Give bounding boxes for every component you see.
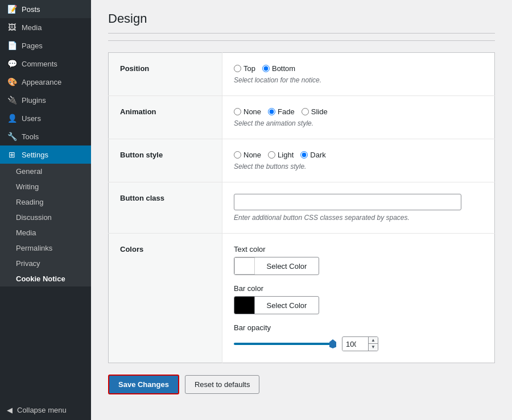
- animation-fade-label[interactable]: Fade: [268, 107, 295, 116]
- sidebar-item-label: Posts: [22, 5, 40, 14]
- bar-color-label: Bar color: [234, 284, 483, 293]
- sidebar-item-pages[interactable]: 📄 Pages: [0, 36, 91, 55]
- footer-buttons: Save Changes Reset to defaults: [108, 375, 495, 394]
- submenu-media[interactable]: Media: [0, 225, 91, 240]
- bar-color-button-wrapper: Select Color: [234, 296, 319, 314]
- bar-color-swatch: [234, 297, 255, 314]
- sidebar-item-label: Media: [22, 23, 42, 32]
- opacity-slider-row: ▲ ▼: [234, 336, 483, 351]
- animation-label: Animation: [109, 96, 222, 139]
- colors-section: Text color Select Color Bar color Select…: [234, 245, 483, 351]
- opacity-label: Bar opacity: [234, 323, 483, 332]
- sidebar-item-label: Pages: [22, 41, 43, 50]
- animation-slide-radio[interactable]: [302, 108, 309, 115]
- position-bottom-label[interactable]: Bottom: [262, 64, 295, 73]
- button-style-radio-group: None Light Dark: [234, 151, 483, 159]
- sidebar-item-label: Users: [22, 114, 41, 123]
- opacity-increment-button[interactable]: ▲: [369, 337, 378, 344]
- btn-style-dark-radio[interactable]: [300, 151, 308, 159]
- position-bottom-radio[interactable]: [262, 65, 270, 72]
- sidebar-item-appearance[interactable]: 🎨 Appearance: [0, 73, 91, 91]
- users-icon: 👤: [7, 114, 17, 123]
- sidebar-item-tools[interactable]: 🔧 Tools: [0, 127, 91, 145]
- sidebar-item-posts[interactable]: 📝 Posts: [0, 0, 91, 18]
- button-class-input[interactable]: [234, 194, 461, 210]
- position-top-radio[interactable]: [234, 65, 241, 72]
- posts-icon: 📝: [7, 5, 17, 14]
- sidebar-item-users[interactable]: 👤 Users: [0, 109, 91, 127]
- text-color-swatch: [234, 257, 255, 275]
- button-style-field: None Light Dark Select the buttons style…: [222, 139, 495, 182]
- animation-slide-text: Slide: [311, 107, 328, 116]
- position-radio-group: Top Bottom: [234, 64, 483, 73]
- position-description: Select location for the notice.: [234, 76, 483, 84]
- position-top-text: Top: [243, 64, 255, 73]
- comments-icon: 💬: [7, 59, 17, 68]
- text-color-select-button[interactable]: Select Color: [255, 259, 319, 273]
- submenu-reading[interactable]: Reading: [0, 194, 91, 210]
- animation-row: Animation None Fade Slide: [109, 96, 495, 139]
- animation-none-radio[interactable]: [234, 108, 241, 115]
- opacity-slider[interactable]: [234, 343, 336, 345]
- bar-color-select-button[interactable]: Select Color: [255, 298, 319, 313]
- btn-style-none-label[interactable]: None: [234, 151, 261, 159]
- submenu-cookie-notice[interactable]: Cookie Notice: [0, 271, 91, 286]
- btn-style-light-label[interactable]: Light: [268, 151, 294, 159]
- button-style-row: Button style None Light Dark: [109, 139, 495, 182]
- opacity-row: Bar opacity ▲ ▼: [234, 323, 483, 351]
- sidebar-item-plugins[interactable]: 🔌 Plugins: [0, 91, 91, 109]
- page-title: Design: [108, 11, 495, 34]
- animation-fade-text: Fade: [278, 107, 295, 116]
- button-class-description: Enter additional button CSS classes sepa…: [234, 214, 483, 222]
- position-top-label[interactable]: Top: [234, 64, 255, 73]
- settings-table: Position Top Bottom Select location for …: [108, 52, 495, 363]
- opacity-decrement-button[interactable]: ▼: [369, 344, 378, 351]
- submenu-writing[interactable]: Writing: [0, 179, 91, 194]
- bar-color-row: Bar color Select Color: [234, 284, 483, 314]
- settings-submenu: General Writing Reading Discussion Media…: [0, 164, 91, 286]
- btn-style-dark-text: Dark: [310, 151, 325, 159]
- save-changes-button[interactable]: Save Changes: [108, 375, 179, 394]
- submenu-permalinks[interactable]: Permalinks: [0, 240, 91, 256]
- media-icon: 🖼: [7, 23, 17, 32]
- sidebar-item-label: Settings: [22, 151, 48, 159]
- button-class-field: Enter additional button CSS classes sepa…: [222, 182, 495, 234]
- text-color-button-wrapper: Select Color: [234, 257, 319, 275]
- settings-icon: ⊞: [7, 150, 17, 159]
- btn-style-none-radio[interactable]: [234, 151, 241, 159]
- animation-slide-label[interactable]: Slide: [302, 107, 328, 116]
- submenu-general[interactable]: General: [0, 164, 91, 179]
- collapse-menu-button[interactable]: ◀ Collapse menu: [0, 400, 91, 420]
- button-style-label: Button style: [109, 139, 222, 182]
- opacity-number-input[interactable]: [342, 338, 368, 351]
- position-bottom-text: Bottom: [272, 64, 295, 73]
- colors-label: Colors: [109, 234, 222, 363]
- animation-fade-radio[interactable]: [268, 108, 275, 115]
- sidebar-item-settings[interactable]: ⊞ Settings: [0, 145, 91, 164]
- animation-radio-group: None Fade Slide: [234, 107, 483, 116]
- submenu-privacy[interactable]: Privacy: [0, 256, 91, 271]
- text-color-label: Text color: [234, 245, 483, 253]
- opacity-spinners: ▲ ▼: [368, 337, 378, 351]
- sidebar-nav-items: 📝 Posts 🖼 Media 📄 Pages 💬 Comments 🎨 App…: [0, 0, 91, 164]
- btn-style-light-radio[interactable]: [268, 151, 275, 159]
- btn-style-dark-label[interactable]: Dark: [300, 151, 325, 159]
- main-content: Design Position Top Bottom Select locati…: [91, 0, 512, 420]
- colors-field: Text color Select Color Bar color Select…: [222, 234, 495, 363]
- title-divider: [108, 40, 495, 41]
- position-label: Position: [109, 53, 222, 96]
- sidebar-item-comments[interactable]: 💬 Comments: [0, 55, 91, 73]
- animation-none-text: None: [243, 107, 261, 116]
- reset-defaults-button[interactable]: Reset to defaults: [185, 375, 260, 394]
- sidebar-item-label: Comments: [22, 60, 57, 68]
- sidebar: 📝 Posts 🖼 Media 📄 Pages 💬 Comments 🎨 App…: [0, 0, 91, 420]
- submenu-discussion[interactable]: Discussion: [0, 210, 91, 225]
- position-field: Top Bottom Select location for the notic…: [222, 53, 495, 96]
- sidebar-item-media[interactable]: 🖼 Media: [0, 18, 91, 36]
- collapse-icon: ◀: [7, 406, 13, 414]
- tools-icon: 🔧: [7, 132, 17, 141]
- animation-description: Select the animation style.: [234, 119, 483, 127]
- animation-none-label[interactable]: None: [234, 107, 261, 116]
- appearance-icon: 🎨: [7, 77, 17, 86]
- btn-style-light-text: Light: [278, 151, 294, 159]
